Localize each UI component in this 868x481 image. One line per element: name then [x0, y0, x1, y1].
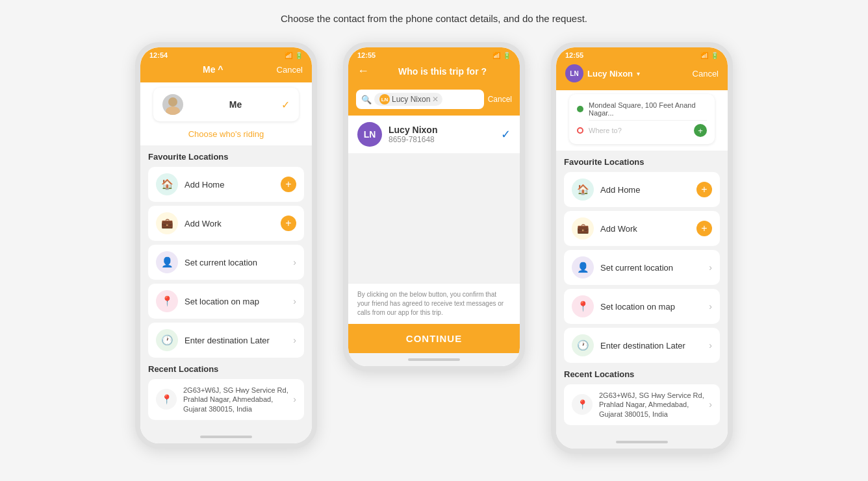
home-indicator-2	[348, 353, 520, 366]
continue-button[interactable]: CONTINUE	[348, 324, 520, 353]
dest-later-icon-3: 🕐	[572, 334, 594, 356]
recent-item-1[interactable]: 📍 2G63+W6J, SG Hwy Service Rd, Prahlad N…	[148, 379, 304, 420]
home-icon-3: 🏠	[572, 179, 594, 201]
user-name-header: Lucy Nixon	[587, 69, 633, 79]
status-time-3: 12:55	[565, 51, 583, 59]
phone1-fav-section: Favourite Locations 🏠 Add Home + 💼 Add W…	[140, 145, 312, 430]
contact-name: Lucy Nixon	[389, 125, 437, 135]
set-current-loc-3[interactable]: 👤 Set current location ›	[564, 250, 720, 285]
from-location-text: Mondeal Square, 100 Feet Anand Nagar...	[589, 101, 707, 117]
chip-avatar: LN	[379, 94, 390, 105]
set-current-label-3: Set current location	[600, 263, 709, 273]
status-icons-1: 📶 🔋	[285, 52, 303, 59]
loc-divider	[589, 120, 707, 121]
set-current-loc-1[interactable]: 👤 Set current location ›	[148, 245, 304, 280]
recent-item-3[interactable]: 📍 2G63+W6J, SG Hwy Service Rd, Prahlad N…	[564, 384, 720, 425]
phone1-header: Me ^ Cancel	[140, 59, 312, 82]
status-bar-1: 12:54 📶 🔋	[140, 47, 312, 59]
add-work-item-1[interactable]: 💼 Add Work +	[148, 206, 304, 241]
chip-label: Lucy Nixon	[392, 95, 430, 104]
battery-icon: 🔋	[295, 52, 303, 59]
phone3-cancel-btn[interactable]: Cancel	[693, 69, 719, 79]
work-icon-1: 💼	[156, 212, 178, 234]
arrow-icon-3c: ›	[709, 340, 712, 351]
add-home-label-1: Add Home	[185, 180, 281, 190]
home-bar-2	[408, 358, 460, 361]
arrow-icon-1c: ›	[293, 335, 296, 345]
check-icon: ✓	[281, 99, 290, 111]
dest-later-label-1: Enter destination Later	[185, 336, 293, 345]
fav-title-1: Favourite Locations	[148, 152, 304, 162]
phone-3: 12:55 📶 🔋 LN Lucy Nixon ▾ Cancel	[551, 42, 733, 454]
phone1-cancel-btn[interactable]: Cancel	[277, 65, 303, 75]
arrow-icon-1a: ›	[293, 257, 296, 267]
add-work-plus-3[interactable]: +	[696, 221, 712, 236]
set-loc-map-1[interactable]: 📍 Set location on map ›	[148, 284, 304, 319]
dest-later-label-3: Enter destination Later	[600, 341, 709, 351]
arrow-icon-1b: ›	[293, 296, 296, 306]
home-bar-3	[616, 441, 668, 443]
add-home-label-3: Add Home	[600, 185, 696, 195]
add-work-item-3[interactable]: 💼 Add Work +	[564, 211, 720, 246]
avatar-me	[162, 94, 183, 115]
back-btn-2[interactable]: ←	[357, 64, 369, 78]
chevron-down-icon: ▾	[637, 70, 640, 77]
user-avatar-sm: LN	[565, 64, 583, 82]
dest-later-icon-1: 🕐	[156, 329, 178, 351]
contact-lucy-nixon[interactable]: LN Lucy Nixon 8659-781648 ✓	[348, 116, 520, 153]
set-current-label-1: Set current location	[185, 258, 293, 267]
recent-loc-icon-1: 📍	[156, 389, 177, 410]
recent-loc-icon-3: 📍	[572, 394, 593, 415]
map-icon-3: 📍	[572, 295, 594, 317]
add-work-plus-1[interactable]: +	[281, 216, 296, 231]
add-destination-btn[interactable]: +	[694, 124, 707, 137]
status-time-2: 12:55	[357, 51, 376, 59]
me-label: Me	[229, 99, 242, 110]
set-loc-map-3[interactable]: 📍 Set location on map ›	[564, 289, 720, 324]
choose-riding-label[interactable]: Choose who's riding	[146, 125, 307, 145]
contact-avatar-ln: LN	[357, 122, 382, 147]
phone3-fav-section: Favourite Locations 🏠 Add Home + 💼 Add W…	[556, 151, 728, 436]
phone3-header: LN Lucy Nixon ▾ Cancel	[556, 59, 728, 90]
status-bar-2: 12:55 📶 🔋	[348, 47, 520, 59]
status-bar-3: 12:55 📶 🔋	[556, 47, 728, 59]
to-location-placeholder: Where to?	[589, 127, 689, 134]
current-loc-icon-3: 👤	[572, 256, 594, 278]
search-cancel-btn[interactable]: Cancel	[488, 95, 512, 104]
recent-title-3: Recent Locations	[564, 369, 720, 379]
wifi-icon-3: 📶	[700, 52, 708, 59]
set-map-label-1: Set location on map	[185, 297, 293, 306]
add-work-label-3: Add Work	[600, 224, 696, 234]
current-loc-icon-1: 👤	[156, 251, 178, 273]
contact-list: LN Lucy Nixon 8659-781648 ✓	[348, 116, 520, 153]
add-home-plus-3[interactable]: +	[696, 182, 712, 197]
enter-dest-later-3[interactable]: 🕐 Enter destination Later ›	[564, 328, 720, 363]
home-indicator-1	[140, 430, 312, 443]
recent-text-1: 2G63+W6J, SG Hwy Service Rd, Prahlad Nag…	[183, 386, 293, 413]
page-title: Choose the contact from the phone contac…	[281, 13, 587, 24]
disclaimer-text: By clicking on the below button, you con…	[348, 283, 520, 324]
home-indicator-3	[556, 436, 728, 449]
contact-check-icon: ✓	[501, 127, 511, 142]
add-home-plus-1[interactable]: +	[281, 177, 296, 192]
search-chip: LN Lucy Nixon ✕	[374, 93, 442, 106]
search-icon-2: 🔍	[361, 95, 372, 105]
add-work-label-1: Add Work	[185, 219, 281, 228]
svg-point-1	[166, 106, 180, 115]
phone2-header-title: Who is this trip for ?	[374, 66, 511, 77]
phone2-header: ← Who is this trip for ?	[348, 59, 520, 86]
enter-dest-later-1[interactable]: 🕐 Enter destination Later ›	[148, 323, 304, 358]
to-location-row[interactable]: Where to? +	[577, 122, 707, 139]
phone-1: 12:54 📶 🔋 Me ^ Cancel	[135, 42, 317, 449]
status-icons-2: 📶 🔋	[492, 52, 511, 59]
phone1-me-dropdown[interactable]: Me ✓	[153, 88, 299, 121]
wifi-icon: 📶	[285, 52, 292, 59]
chip-close-btn[interactable]: ✕	[432, 95, 439, 104]
add-home-item-3[interactable]: 🏠 Add Home +	[564, 172, 720, 207]
header-user-info[interactable]: LN Lucy Nixon ▾	[565, 64, 640, 82]
recent-arrow-1: ›	[293, 394, 296, 404]
search-bar-2[interactable]: 🔍 LN Lucy Nixon ✕	[356, 90, 484, 109]
battery-icon-3: 🔋	[711, 52, 719, 59]
add-home-item-1[interactable]: 🏠 Add Home +	[148, 167, 304, 202]
recent-title-1: Recent Locations	[148, 364, 304, 374]
